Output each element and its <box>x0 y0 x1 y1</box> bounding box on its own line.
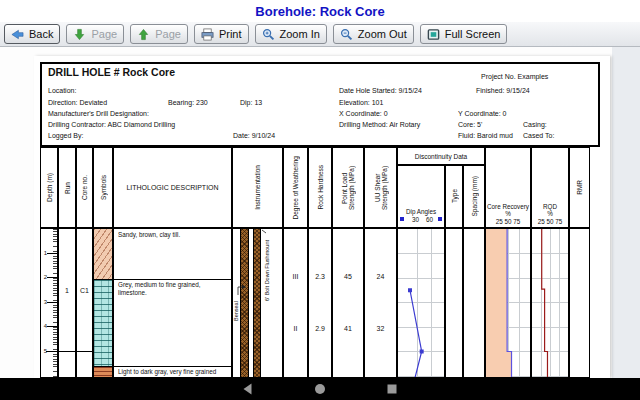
page-down-button[interactable]: Page <box>66 24 124 44</box>
limestone-pattern <box>94 279 112 366</box>
dip-angles-chart-column <box>397 228 445 378</box>
project-no: Project No. Examples <box>481 73 548 81</box>
lithologic-description-column: Sandy, brown, clay till. Grey, medium to… <box>113 228 232 378</box>
recents-square-icon[interactable] <box>386 383 398 395</box>
page-up-button[interactable]: Page <box>130 24 188 44</box>
log-date-field: Date: 9/10/24 <box>233 132 275 140</box>
contractor-field: Drilling Contractor: ABC Diamond Drillin… <box>48 121 175 129</box>
run-column: 1 <box>58 228 76 378</box>
depth-label: 2 <box>42 274 47 280</box>
col-header-instrumentation: Instrumentation <box>232 147 283 228</box>
dip-legend-square-left <box>400 217 404 221</box>
date-started-field: Date Hole Started: 9/15/24 <box>339 87 422 95</box>
col-header-point-load: Point Load Strength (MPa) <box>332 147 364 228</box>
zoom-out-button[interactable]: Zoom Out <box>333 24 414 44</box>
weathering-column: III II <box>283 228 308 378</box>
bearing-field: Bearing: 230 <box>168 99 208 107</box>
drilling-method-field: Drilling Method: Air Rotary <box>339 121 420 129</box>
printer-icon <box>201 28 214 41</box>
col-header-uu-shear: UU Shear Strength (MPa) <box>364 147 397 228</box>
drill-hole-title: DRILL HOLE # Rock Core <box>48 68 175 76</box>
dip-tick-60: 60 <box>426 216 433 223</box>
col-header-core-no: Core no. <box>76 147 93 228</box>
layer-description: Sandy, brown, clay till. <box>118 231 228 239</box>
page-down-icon <box>73 28 86 41</box>
col-header-dip-angles: Dip Angles 30 60 <box>397 165 445 228</box>
instrumentation-column: Benseal 6' Bolt Down Flushmount <box>232 228 283 378</box>
col-header-depth: Depth (m) <box>40 147 58 228</box>
point-load-column: 45 41 <box>332 228 364 378</box>
siltstone-pattern <box>94 366 112 377</box>
col-header-type: Type <box>445 165 463 228</box>
back-arrow-icon <box>11 28 24 41</box>
android-nav-bar <box>0 378 640 400</box>
type-column <box>445 228 463 378</box>
uu-shear-column: 24 32 <box>364 228 397 378</box>
fullscreen-icon <box>427 28 440 41</box>
zoom-in-label: Zoom In <box>280 28 320 40</box>
core-number: C1 <box>77 287 92 294</box>
dip-angles-chart <box>398 229 444 377</box>
cased-to-field: Cased To: <box>523 132 554 140</box>
instrumentation-arrows <box>233 229 282 377</box>
dip-field: Dip: 13 <box>240 99 262 107</box>
col-header-symbols: Symbols <box>93 147 113 228</box>
logged-by-field: Logged By: <box>48 132 83 140</box>
col-header-rmr: RMR <box>569 147 590 228</box>
spacing-column <box>463 228 485 378</box>
print-button[interactable]: Print <box>194 24 249 44</box>
col-header-core-recovery: Core Recovery % 25 50 75 <box>485 147 531 228</box>
depth-column: 1 2 3 4 5 <box>40 228 58 378</box>
back-triangle-icon[interactable] <box>242 383 254 395</box>
page-up-icon <box>137 28 150 41</box>
rqd-chart <box>532 229 568 377</box>
page-down-label: Page <box>91 28 117 40</box>
layer-description: Light to dark gray, very fine grained <box>118 368 228 376</box>
core-recovery-chart-column <box>485 228 531 378</box>
direction-field: Direction: Deviated <box>48 99 107 107</box>
app-window: Borehole: Rock Core Back Page Page Print… <box>0 0 640 400</box>
home-circle-icon[interactable] <box>314 383 326 395</box>
title-bar: Borehole: Rock Core <box>0 0 640 22</box>
zoom-in-button[interactable]: Zoom In <box>255 24 327 44</box>
core-field: Core: 5' <box>458 121 482 129</box>
viewport-gutter <box>612 47 640 378</box>
zoom-out-icon <box>340 28 353 41</box>
clay-till-pattern <box>94 229 112 279</box>
col-header-spacing: Spacing (mm) <box>463 165 485 228</box>
layer-description: Grey, medium to fine grained, limestone. <box>118 281 228 296</box>
print-button-label: Print <box>219 28 242 40</box>
back-button[interactable]: Back <box>4 24 60 44</box>
depth-label: 3 <box>42 299 47 305</box>
layer-boundary <box>114 279 231 280</box>
col-header-discontinuity: Discontinuity Data <box>397 147 485 165</box>
manufacturer-field: Manufacturer's Drill Designation: <box>48 110 149 118</box>
full-screen-button[interactable]: Full Screen <box>420 24 508 44</box>
layer-boundary <box>114 366 231 367</box>
core-no-column: C1 <box>76 228 93 378</box>
rqd-chart-column <box>531 228 569 378</box>
col-header-hardness: Rock Hardness <box>308 147 332 228</box>
full-screen-label: Full Screen <box>445 28 501 40</box>
finished-field: Finished: 9/15/24 <box>476 87 530 95</box>
symbols-column <box>93 228 113 378</box>
depth-label: 1 <box>42 250 47 256</box>
dip-tick-30: 30 <box>412 216 419 223</box>
back-button-label: Back <box>29 28 53 40</box>
toolbar: Back Page Page Print Zoom In Zoom Out Fu… <box>0 22 640 47</box>
zoom-in-icon <box>262 28 275 41</box>
dip-legend-square-right <box>438 217 442 221</box>
app-title: Borehole: Rock Core <box>255 4 384 19</box>
col-header-lithologic: LITHOLOGIC DESCRIPTION <box>113 147 232 228</box>
col-header-weathering: Degree of Weathering <box>283 147 308 228</box>
run-number: 1 <box>59 287 75 294</box>
depth-label: 4 <box>42 323 47 329</box>
fluid-field: Fluid: Baroid mud <box>458 132 513 140</box>
y-coordinate-field: Y Coordinate: 0 <box>458 110 507 118</box>
location-field: Location: <box>48 87 76 95</box>
run-boundary-line <box>46 351 93 352</box>
hardness-column: 2.3 2.9 <box>308 228 332 378</box>
x-coordinate-field: X Coordinate: 0 <box>339 110 388 118</box>
casing-field: Casing: <box>523 121 547 129</box>
col-header-rqd: RQD % 25 50 75 <box>531 147 569 228</box>
